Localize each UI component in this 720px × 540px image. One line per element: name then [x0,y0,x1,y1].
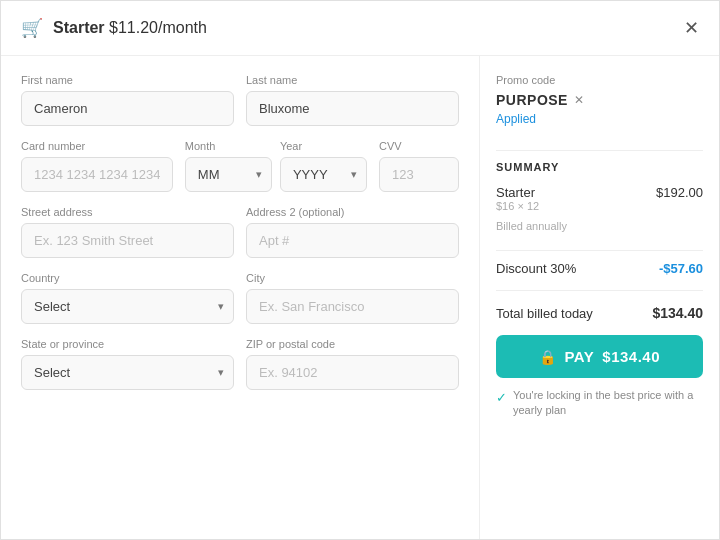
cvv-label: CVV [379,140,459,152]
promo-code-label: Promo code [496,74,703,86]
country-label: Country [21,272,234,284]
check-icon: ✓ [496,389,507,407]
cart-icon: 🛒 [21,17,43,39]
promo-applied-text: Applied [496,112,703,126]
zip-group: ZIP or postal code [246,338,459,390]
divider-3 [496,290,703,291]
country-city-row: Country Select ▾ City [21,272,459,324]
discount-row: Discount 30% -$57.60 [496,261,703,276]
month-select[interactable]: MM [185,157,272,192]
city-input[interactable] [246,289,459,324]
payment-form: First name Last name Card number Month [1,56,479,539]
street-group: Street address [21,206,234,258]
month-select-wrapper: MM ▾ [185,157,272,192]
header-left: 🛒 Starter $11.20/month [21,17,207,39]
discount-value: -$57.60 [659,261,703,276]
billing-label-row: Billed annually [496,216,703,234]
month-year-group: Month MM ▾ Year YYYY [185,140,367,192]
item-value: $192.00 [656,185,703,200]
item-label-group: Starter $16 × 12 [496,185,539,212]
year-group: Year YYYY ▾ [280,140,367,192]
best-price-note: ✓ You're locking in the best price with … [496,388,703,419]
state-zip-row: State or province Select ▾ ZIP or postal… [21,338,459,390]
last-name-label: Last name [246,74,459,86]
summary-title: SUMMARY [496,161,703,173]
last-name-input[interactable] [246,91,459,126]
card-row: Card number Month MM ▾ Year [21,140,459,192]
state-select-wrapper: Select ▾ [21,355,234,390]
pay-button-amount: $134.40 [602,348,660,365]
address2-label: Address 2 (optional) [246,206,459,218]
state-select[interactable]: Select [21,355,234,390]
close-button[interactable]: ✕ [684,19,699,37]
billing-sub-label: $16 × 12 [496,200,539,212]
lock-icon: 🔒 [539,349,557,365]
order-summary: Promo code PURPOSE ✕ Applied SUMMARY Sta… [479,56,719,539]
address-row: Street address Address 2 (optional) [21,206,459,258]
card-number-group: Card number [21,140,173,192]
first-name-label: First name [21,74,234,86]
total-label: Total billed today [496,306,593,321]
address2-input[interactable] [246,223,459,258]
promo-code-text: PURPOSE [496,92,568,108]
country-group: Country Select ▾ [21,272,234,324]
year-select-wrapper: YYYY ▾ [280,157,367,192]
promo-remove-button[interactable]: ✕ [574,93,584,107]
cvv-group: CVV [379,140,459,192]
item-label: Starter [496,185,535,200]
last-name-group: Last name [246,74,459,126]
header-title: Starter $11.20/month [53,19,207,37]
month-label: Month [185,140,272,152]
year-label: Year [280,140,367,152]
modal-header: 🛒 Starter $11.20/month ✕ [1,1,719,56]
modal-body: First name Last name Card number Month [1,56,719,539]
divider-1 [496,150,703,151]
city-label: City [246,272,459,284]
state-group: State or province Select ▾ [21,338,234,390]
checkout-modal: 🛒 Starter $11.20/month ✕ First name Last… [0,0,720,540]
discount-label: Discount 30% [496,261,576,276]
divider-2 [496,250,703,251]
total-value: $134.40 [652,305,703,321]
zip-input[interactable] [246,355,459,390]
country-select-wrapper: Select ▾ [21,289,234,324]
cvv-input[interactable] [379,157,459,192]
street-label: Street address [21,206,234,218]
card-number-input[interactable] [21,157,173,192]
first-name-group: First name [21,74,234,126]
billing-label: Billed annually [496,220,567,232]
state-label: State or province [21,338,234,350]
item-row: Starter $16 × 12 $192.00 [496,185,703,212]
card-number-label: Card number [21,140,173,152]
promo-tag: PURPOSE ✕ [496,92,703,108]
address2-group: Address 2 (optional) [246,206,459,258]
street-input[interactable] [21,223,234,258]
year-select[interactable]: YYYY [280,157,367,192]
city-group: City [246,272,459,324]
pay-button[interactable]: 🔒 PAY $134.40 [496,335,703,378]
zip-label: ZIP or postal code [246,338,459,350]
name-row: First name Last name [21,74,459,126]
month-group: Month MM ▾ [185,140,272,192]
pay-button-label: PAY [564,348,594,365]
first-name-input[interactable] [21,91,234,126]
total-row: Total billed today $134.40 [496,305,703,321]
country-select[interactable]: Select [21,289,234,324]
best-price-text: You're locking in the best price with a … [513,388,703,419]
